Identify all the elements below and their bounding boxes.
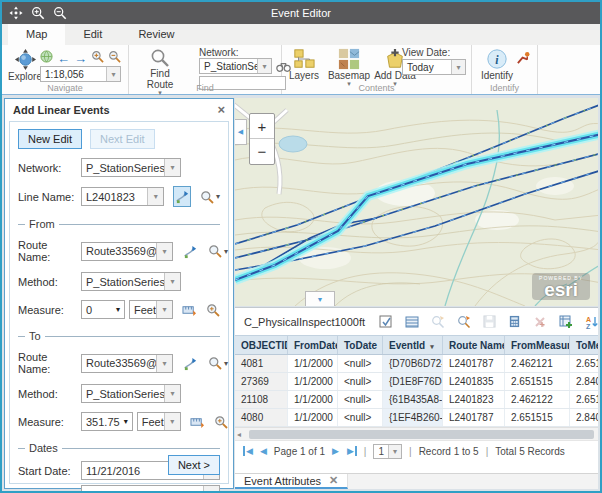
- column-header[interactable]: ToMea: [570, 336, 598, 354]
- layers-button[interactable]: Layers: [286, 48, 322, 81]
- collapse-panel-left-handle[interactable]: ◀: [235, 119, 247, 145]
- zoom-in-icon[interactable]: [31, 6, 45, 20]
- map-zoom-in-button[interactable]: +: [250, 114, 274, 139]
- table-row[interactable]: 273691/1/2000<null>{D1E8F76D-FL24018352.…: [235, 373, 598, 391]
- ribbon-zoom-in-icon[interactable]: [91, 49, 104, 67]
- zoom-to-from-route-button[interactable]: ▾: [208, 244, 228, 258]
- tab-map[interactable]: Map: [8, 24, 65, 45]
- to-unit-combo[interactable]: Feet ▾: [137, 412, 181, 431]
- basemap-button[interactable]: Basemap ▾: [326, 48, 372, 86]
- map-scale-combo[interactable]: 1:18,056 ▾: [40, 66, 121, 82]
- prev-extent-icon[interactable]: ←: [57, 51, 70, 66]
- column-header[interactable]: OBJECTID: [235, 336, 288, 354]
- save-icon[interactable]: [483, 315, 496, 328]
- column-header[interactable]: FromDate: [288, 336, 338, 354]
- next-edit-button[interactable]: Next Edit: [90, 129, 155, 149]
- zoom-out-icon[interactable]: [53, 6, 67, 20]
- dropdown-arrow-icon[interactable]: ▾: [451, 60, 465, 74]
- next-extent-icon[interactable]: →: [74, 51, 87, 66]
- pan-to-selected-icon[interactable]: [457, 315, 471, 329]
- map-zoom-out-button[interactable]: −: [250, 139, 274, 164]
- from-route-combo[interactable]: Route33569@Centi ▾: [81, 242, 173, 261]
- calculator-icon[interactable]: [508, 315, 521, 328]
- select-from-route-button[interactable]: [182, 241, 199, 262]
- network-combo[interactable]: P_StationSeries ▾: [199, 58, 272, 74]
- select-records-icon[interactable]: [379, 315, 393, 329]
- show-all-records-icon[interactable]: [405, 315, 419, 329]
- tab-event-attributes[interactable]: Event Attributes ✕: [235, 474, 348, 489]
- end-date-combo[interactable]: ▾: [81, 485, 220, 493]
- dropdown-arrow-icon[interactable]: ▾: [164, 385, 180, 402]
- zoom-to-to-route-button[interactable]: ▾: [208, 356, 228, 370]
- from-measure-zoom-button[interactable]: [206, 303, 220, 317]
- column-header[interactable]: Route Name: [443, 336, 505, 354]
- line-name-combo[interactable]: L2401823 ▾: [81, 187, 164, 206]
- dropdown-arrow-icon[interactable]: ▾: [124, 417, 132, 426]
- pan-icon[interactable]: [9, 6, 23, 20]
- dropdown-arrow-icon[interactable]: ▾: [203, 486, 219, 493]
- to-route-combo[interactable]: Route33569@Centi ▾: [81, 354, 173, 373]
- scrollbar-thumb[interactable]: [249, 430, 594, 439]
- last-page-button[interactable]: ▶: [346, 446, 357, 456]
- select-line-on-map-button[interactable]: [173, 186, 191, 207]
- to-measure-zoom-button[interactable]: [214, 415, 228, 429]
- from-measure-picker-button[interactable]: [182, 303, 197, 317]
- dropdown-arrow-icon[interactable]: ▾: [116, 305, 124, 314]
- dropdown-arrow-icon[interactable]: ▾: [224, 247, 228, 256]
- panel-close-icon[interactable]: ×: [217, 104, 225, 115]
- zoom-to-selected-icon[interactable]: [431, 315, 445, 329]
- add-record-icon[interactable]: [559, 315, 573, 329]
- dropdown-arrow-icon[interactable]: ▾: [224, 359, 228, 368]
- dropdown-arrow-icon[interactable]: ▾: [164, 273, 180, 290]
- delete-record-icon[interactable]: [533, 315, 547, 329]
- dates-section-header: Dates: [18, 442, 220, 454]
- new-edit-button[interactable]: New Edit: [18, 129, 82, 149]
- dropdown-arrow-icon[interactable]: ▾: [156, 355, 172, 372]
- prev-page-button[interactable]: ◀: [260, 446, 267, 456]
- table-row[interactable]: 211081/1/2000<null>{61B435A8-32L24018232…: [235, 391, 598, 409]
- column-header[interactable]: FromMeasure: [505, 336, 570, 354]
- to-method-combo[interactable]: P_StationSeries ▾: [81, 384, 181, 403]
- scroll-left-icon[interactable]: ◂: [237, 430, 241, 439]
- column-header[interactable]: ToDate: [338, 336, 383, 354]
- dropdown-arrow-icon[interactable]: ▾: [147, 188, 163, 205]
- layers-icon: [293, 48, 315, 70]
- select-to-route-button[interactable]: [182, 353, 199, 374]
- to-measure-combo[interactable]: 351.75 ▾: [81, 412, 133, 431]
- page-number-combo[interactable]: 1 ▾: [373, 444, 402, 459]
- tab-review[interactable]: Review: [120, 24, 192, 45]
- dropdown-arrow-icon[interactable]: ▾: [164, 413, 180, 430]
- next-button[interactable]: Next >: [168, 455, 220, 475]
- dropdown-arrow-icon[interactable]: ▾: [106, 67, 120, 81]
- dropdown-arrow-icon[interactable]: ▾: [257, 59, 271, 73]
- to-measure-picker-button[interactable]: [190, 415, 205, 429]
- dropdown-arrow-icon[interactable]: ▾: [388, 445, 401, 458]
- view-date-combo[interactable]: Today ▾: [402, 59, 466, 75]
- dropdown-arrow-icon[interactable]: ▾: [216, 192, 220, 201]
- zoom-to-line-button[interactable]: ▾: [200, 190, 220, 204]
- panel-network-combo[interactable]: P_StationSeries ▾: [81, 158, 181, 177]
- basemap-icon: [338, 48, 360, 70]
- from-method-combo[interactable]: P_StationSeries ▾: [81, 272, 181, 291]
- first-page-button[interactable]: ◀: [243, 446, 253, 456]
- column-header-eventid[interactable]: EventId▾: [383, 336, 443, 354]
- from-measure-combo[interactable]: 0 ▾: [81, 300, 125, 319]
- horizontal-scrollbar[interactable]: ◂: [235, 427, 598, 440]
- collapse-table-handle[interactable]: ▼: [305, 291, 335, 306]
- identify-route-icon[interactable]: [516, 51, 531, 69]
- tab-edit[interactable]: Edit: [65, 24, 120, 45]
- table-row[interactable]: 40801/1/2000<null>{1EF4B260-F0L24017872.…: [235, 409, 598, 427]
- ribbon-zoom-out-icon[interactable]: [108, 49, 121, 67]
- sort-icon[interactable]: AZ: [585, 315, 599, 329]
- table-row[interactable]: 40811/1/2000<null>{D70B6D72-3L24017872.4…: [235, 355, 598, 373]
- from-unit-combo[interactable]: Feet ▾: [129, 300, 173, 319]
- next-page-button[interactable]: ▶: [332, 446, 339, 456]
- explore-button[interactable]: Explore: [8, 48, 42, 82]
- full-extent-icon[interactable]: [40, 49, 53, 67]
- dropdown-arrow-icon[interactable]: ▾: [164, 159, 180, 176]
- map-view[interactable]: + − ◀ ▼ POWERED BY esri: [235, 98, 598, 306]
- dropdown-arrow-icon[interactable]: ▾: [156, 243, 172, 260]
- tab-close-icon[interactable]: ✕: [329, 474, 338, 487]
- dropdown-arrow-icon[interactable]: ▾: [156, 301, 172, 318]
- identify-button[interactable]: i Identify: [477, 48, 517, 81]
